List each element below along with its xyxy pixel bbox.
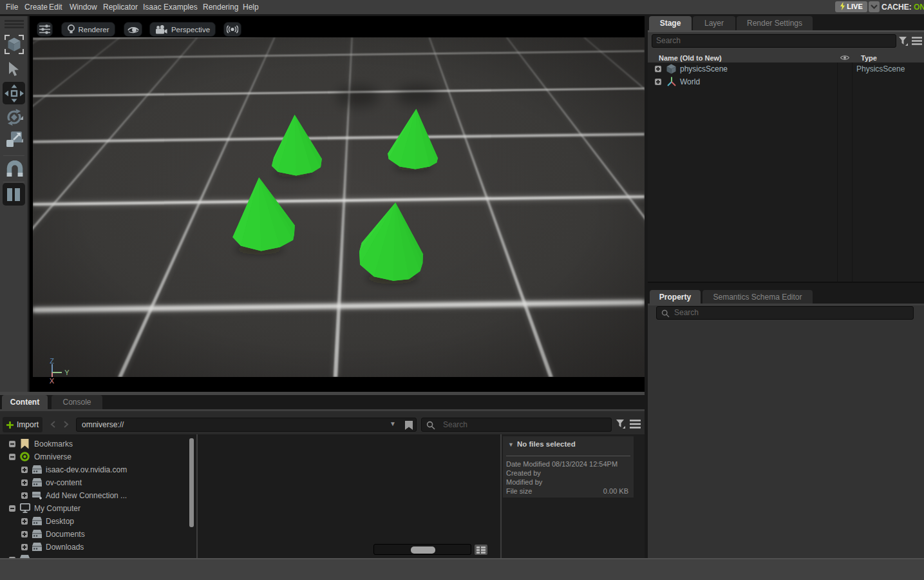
svg-text:X: X [50, 377, 55, 385]
svg-text:Z: Z [50, 357, 54, 365]
svg-text:Y: Y [64, 369, 70, 376]
